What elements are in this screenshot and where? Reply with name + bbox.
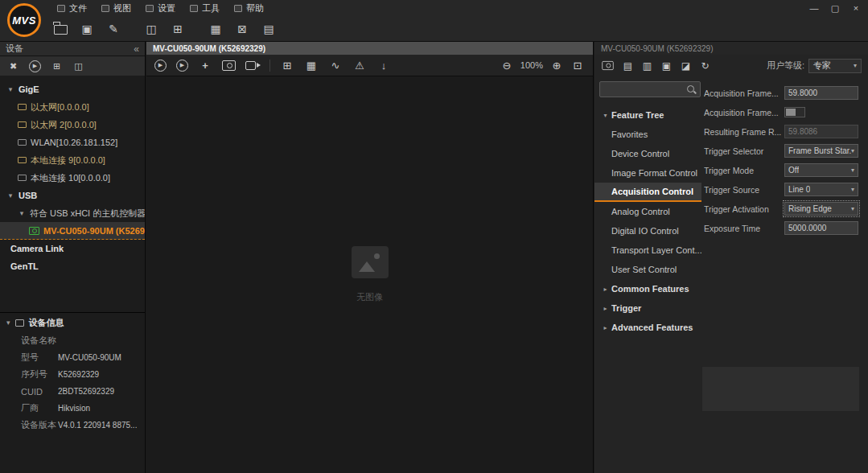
network-adapter-icon <box>18 175 27 181</box>
chevron-down-icon: ▾ <box>6 319 10 327</box>
trigger-source-dropdown[interactable]: Line 0▾ <box>784 183 858 196</box>
property-row: Acquisition Frame... <box>704 105 865 119</box>
feature-search-input[interactable] <box>599 81 701 97</box>
save-image-icon[interactable]: ↓ <box>376 57 391 73</box>
refresh-features-icon[interactable]: ↻ <box>699 58 711 74</box>
menu-tools[interactable]: 工具 <box>183 0 227 16</box>
feature-panel-title: MV-CU050-90UM (K52692329) <box>601 44 714 53</box>
tree-label: 本地连接 10[0.0.0.0] <box>31 172 110 184</box>
tree-item-local10[interactable]: 本地连接 10[0.0.0.0] <box>0 169 145 187</box>
dropdown-value: Frame Burst Star... <box>788 146 851 155</box>
feature-panel-title-bar: MV-CU050-90UM (K52692329) <box>594 42 868 55</box>
feature-item-acquisition-control[interactable]: Acquisition Control <box>594 183 701 202</box>
split-window-icon[interactable]: ◫ <box>144 21 158 37</box>
import-config-icon[interactable]: ▤ <box>622 58 634 74</box>
feature-item-favorites[interactable]: Favorites <box>594 125 701 144</box>
tree-group-cameralink[interactable]: Camera Link <box>0 240 145 257</box>
feature-item-user-set-control[interactable]: User Set Control <box>594 260 701 279</box>
acquisition-frame-rate-input[interactable]: 59.8000 <box>784 86 858 100</box>
zoom-in-icon[interactable]: ⊕ <box>549 57 564 73</box>
viewer-toolbar: ▶ ▶ + ⊞ ▦ ∿ ⚠ ↓ ⊖ 100% ⊕ ⊡ <box>146 55 593 76</box>
trigger-activation-dropdown[interactable]: Rising Edge▾ <box>784 202 858 216</box>
export-view-icon[interactable]: ⊠ <box>235 21 249 37</box>
camera-settings-icon[interactable] <box>602 61 613 70</box>
device-info-title: 设备信息 <box>29 317 64 329</box>
grid-view-icon[interactable]: ▦ <box>304 57 319 73</box>
record-video-icon[interactable] <box>245 61 256 70</box>
connect-device-icon[interactable]: ▶ <box>29 60 41 72</box>
info-row-model: 型号MV-CU050-90UM <box>0 349 145 366</box>
warning-info-icon[interactable]: ⚠ <box>352 57 367 73</box>
tree-item-usb-controller[interactable]: ▾符合 USB xHCI 的主机控制器 <box>0 204 145 222</box>
tree-label: 本地连接 9[0.0.0.0] <box>31 154 105 167</box>
disconnect-device-icon[interactable]: ✖ <box>7 60 19 72</box>
feature-item-digital-io-control[interactable]: Digital IO Control <box>594 221 701 241</box>
tree-item-camera-selected[interactable]: MV-CU050-90UM (K5269... <box>0 222 145 240</box>
feature-label: Digital IO Control <box>611 226 679 236</box>
property-row: Acquisition Frame... 59.8000 <box>704 86 865 100</box>
feature-item-device-control[interactable]: Device Control <box>594 144 701 163</box>
feature-group-trigger[interactable]: ▸Trigger <box>594 298 701 318</box>
menu-file[interactable]: 文件 <box>50 0 94 16</box>
feature-item-image-format-control[interactable]: Image Format Control <box>594 163 701 183</box>
feature-item-transport-layer-control[interactable]: Transport Layer Cont... <box>594 241 701 260</box>
start-acquisition-icon[interactable]: ▶ <box>154 60 167 72</box>
tree-group-gige[interactable]: ▾GigE <box>0 80 145 98</box>
tree-item-ethernet[interactable]: 以太网[0.0.0.0] <box>0 98 145 116</box>
save-config-icon[interactable]: ▣ <box>660 58 673 74</box>
property-row: Resulting Frame R... 59.8086 <box>704 125 865 138</box>
save-icon[interactable]: ▣ <box>80 21 94 37</box>
resulting-frame-rate-readout: 59.8086 <box>784 125 858 138</box>
tree-label: MV-CU050-90UM (K5269... <box>43 226 145 236</box>
menu-view-label: 视图 <box>113 2 131 14</box>
trigger-mode-dropdown[interactable]: Off▾ <box>784 163 858 177</box>
acquisition-frame-rate-enable-toggle[interactable] <box>784 107 805 117</box>
feature-label: Common Features <box>611 284 689 294</box>
device-info-header[interactable]: ▾ 设备信息 <box>0 313 145 332</box>
property-label: Trigger Source <box>704 185 784 195</box>
load-config-icon[interactable]: ◪ <box>680 58 692 74</box>
export-config-icon[interactable]: ▥ <box>641 58 653 74</box>
close-button[interactable]: × <box>845 0 866 16</box>
copy-device-icon[interactable]: ◫ <box>72 60 84 72</box>
user-level-dropdown[interactable]: 专家 ▾ <box>808 59 862 73</box>
tools-menu-icon <box>190 5 198 12</box>
info-row-vendor: 厂商Hikvision <box>0 400 145 417</box>
capture-image-icon[interactable] <box>222 60 236 71</box>
zoom-out-icon[interactable]: ⊖ <box>500 57 514 73</box>
open-folder-icon[interactable] <box>53 21 68 37</box>
feature-group-advanced-features[interactable]: ▸Advanced Features <box>594 318 701 337</box>
chevron-down-icon: ▾ <box>601 112 610 119</box>
device-toolbar: ✖ ▶ ⊞ ◫ <box>0 56 145 76</box>
histogram-icon[interactable]: ∿ <box>328 57 343 73</box>
exposure-time-input[interactable]: 5000.0000 <box>784 221 858 235</box>
notes-icon[interactable]: ▤ <box>261 21 276 37</box>
new-device-window-icon[interactable]: ⊞ <box>51 60 63 72</box>
acquire-once-icon[interactable]: ▶ <box>176 60 188 72</box>
collapse-panel-icon[interactable]: « <box>134 43 139 55</box>
info-row-cuid: CUID2BDT52692329 <box>0 383 145 400</box>
menu-view[interactable]: 视图 <box>94 0 138 16</box>
trigger-selector-dropdown[interactable]: Frame Burst Star...▾ <box>784 144 858 158</box>
no-image-icon <box>352 246 389 278</box>
save-as-icon[interactable]: ✎ <box>106 21 121 37</box>
maximize-button[interactable]: ▢ <box>825 0 845 16</box>
capture-window-icon[interactable]: ⊞ <box>171 21 185 37</box>
feature-group-feature-tree[interactable]: ▾Feature Tree <box>594 105 701 125</box>
feature-item-analog-control[interactable]: Analog Control <box>594 202 701 221</box>
fit-window-icon[interactable]: ⊡ <box>570 57 585 73</box>
minimize-button[interactable]: — <box>804 0 825 16</box>
multi-view-icon[interactable]: ▦ <box>208 21 223 37</box>
info-label: 厂商 <box>0 402 58 414</box>
feature-group-common-features[interactable]: ▸Common Features <box>594 279 701 298</box>
property-label: Acquisition Frame... <box>704 108 784 117</box>
tree-item-local9[interactable]: 本地连接 9[0.0.0.0] <box>0 151 145 169</box>
cross-line-icon[interactable]: ⊞ <box>280 57 294 73</box>
tree-item-ethernet2[interactable]: 以太网 2[0.0.0.0] <box>0 116 145 134</box>
menu-settings[interactable]: 设置 <box>138 0 183 16</box>
menu-help[interactable]: 帮助 <box>227 0 271 16</box>
tree-group-usb[interactable]: ▾USB <box>0 187 145 204</box>
tree-item-wlan[interactable]: WLAN[10.26.181.152] <box>0 134 145 151</box>
tree-group-gentl[interactable]: GenTL <box>0 257 145 275</box>
fit-roi-icon[interactable]: + <box>198 57 212 73</box>
